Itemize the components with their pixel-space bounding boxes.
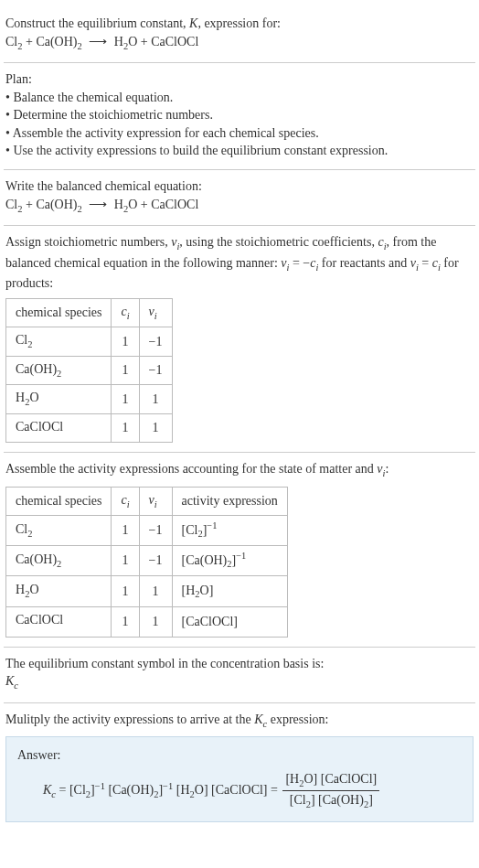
assemble-section: Assemble the activity expressions accoun… — [4, 453, 475, 648]
table-row: Ca(OH)21−1 — [6, 356, 173, 384]
assign-text: Assign stoichiometric numbers, νi, using… — [5, 233, 474, 293]
equation: Cl2 + Ca(OH)2 ⟶ H2O + CaClOCl — [5, 33, 474, 53]
arrow-icon: ⟶ — [89, 33, 107, 51]
balanced-title: Write the balanced chemical equation: — [5, 177, 474, 196]
arrow-icon: ⟶ — [89, 196, 107, 214]
symbol-section: The equilibrium constant symbol in the c… — [4, 648, 475, 703]
col-ci: ci — [112, 298, 139, 327]
balanced-section: Write the balanced chemical equation: Cl… — [4, 170, 475, 226]
assemble-text: Assemble the activity expressions accoun… — [5, 460, 474, 480]
col-activity: activity expression — [172, 487, 287, 515]
k-symbol: K — [189, 16, 197, 30]
table-header: chemical species ci νi — [6, 298, 173, 327]
col-species: chemical species — [6, 487, 112, 515]
answer-box: Answer: Kc = [Cl2]−1 [Ca(OH)2]−1 [H2O] [… — [5, 736, 474, 822]
assign-section: Assign stoichiometric numbers, νi, using… — [4, 226, 475, 453]
table-row: H2O11 — [6, 385, 173, 413]
plan-item: Assemble the activity expression for eac… — [5, 124, 474, 143]
col-vi: νi — [139, 487, 172, 515]
plan-list: Balance the chemical equation. Determine… — [5, 89, 474, 160]
stoich-table: chemical species ci νi Cl21−1 Ca(OH)21−1… — [5, 298, 173, 443]
plan-item: Balance the chemical equation. — [5, 89, 474, 107]
symbol-text: The equilibrium constant symbol in the c… — [5, 655, 474, 673]
plan-title: Plan: — [5, 70, 474, 89]
table-header: chemical species ci νi activity expressi… — [6, 487, 288, 515]
intro-text: Construct the equilibrium constant, — [5, 16, 189, 30]
fraction: [H2O] [CaClOCl][Cl2] [Ca(OH)2] — [282, 770, 379, 812]
table-row: Ca(OH)21−1[Ca(OH)2]−1 — [6, 546, 288, 576]
plan-item: Use the activity expressions to build th… — [5, 142, 474, 160]
table-row: CaClOCl11[CaClOCl] — [6, 606, 288, 637]
col-ci: ci — [112, 487, 139, 515]
table-row: H2O11[H2O] — [6, 576, 288, 606]
table-row: CaClOCl11 — [6, 413, 173, 442]
balanced-equation: Cl2 + Ca(OH)2 ⟶ H2O + CaClOCl — [5, 196, 474, 216]
kc-symbol: Kc — [5, 672, 474, 692]
col-vi: νi — [139, 298, 172, 327]
plan-section: Plan: Balance the chemical equation. Det… — [4, 63, 475, 170]
activity-table: chemical species ci νi activity expressi… — [5, 487, 288, 638]
table-row: Cl21−1 — [6, 327, 173, 356]
intro-text: , expression for: — [197, 16, 281, 30]
col-species: chemical species — [6, 298, 112, 327]
answer-equation: Kc = [Cl2]−1 [Ca(OH)2]−1 [H2O] [CaClOCl]… — [17, 770, 462, 812]
intro-line1: Construct the equilibrium constant, K, e… — [5, 15, 474, 33]
plan-item: Determine the stoichiometric numbers. — [5, 106, 474, 124]
answer-label: Answer: — [17, 746, 462, 765]
table-row: Cl21−1[Cl2]−1 — [6, 516, 288, 546]
intro-section: Construct the equilibrium constant, K, e… — [4, 7, 475, 63]
multiply-section: Mulitply the activity expressions to arr… — [4, 703, 475, 831]
multiply-text: Mulitply the activity expressions to arr… — [5, 711, 474, 731]
